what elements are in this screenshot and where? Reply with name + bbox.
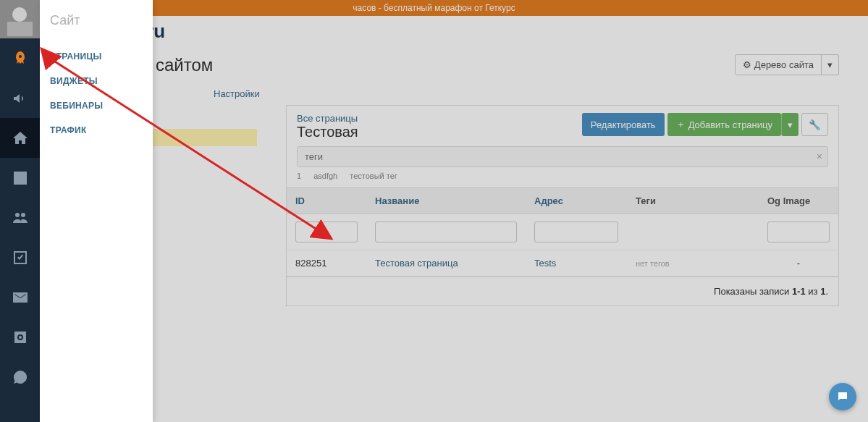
mail-icon[interactable]	[0, 277, 40, 317]
breadcrumb-all-pages[interactable]: Все страницы	[297, 113, 358, 124]
wrench-icon: 🔧	[809, 119, 821, 130]
flyout-title: Сайт	[40, 13, 153, 44]
plus-icon: ＋	[676, 118, 686, 131]
cell-id: 828251	[287, 250, 366, 277]
brand-domain: .ru	[141, 20, 839, 43]
tags-input[interactable]	[297, 146, 828, 167]
site-tree-button[interactable]: ⚙ Дерево сайта	[735, 54, 822, 75]
home-icon[interactable]	[0, 118, 40, 158]
tab-settings[interactable]: Настройки	[214, 88, 839, 99]
avatar[interactable]	[0, 0, 40, 38]
icon-sidebar	[0, 0, 40, 422]
svg-point-3	[842, 395, 843, 397]
users-icon[interactable]	[0, 198, 40, 237]
cell-name-link[interactable]: Тестовая страница	[375, 258, 458, 269]
table-row[interactable]: 828251 Тестовая страница Tests нет тегов…	[287, 250, 838, 277]
tag-chip[interactable]: 1	[297, 172, 301, 180]
table-footer: Показаны записи 1-1 из 1.	[287, 277, 838, 305]
filter-name-input[interactable]	[375, 221, 517, 242]
flyout-item-widgets[interactable]: ВИДЖЕТЫ	[40, 69, 153, 93]
col-address[interactable]: Адрес	[526, 188, 627, 214]
tag-chip[interactable]: asdfgh	[313, 172, 337, 180]
wrench-button[interactable]: 🔧	[801, 113, 828, 136]
col-id[interactable]: ID	[287, 188, 366, 214]
flyout-item-traffic[interactable]: ТРАФИК	[40, 118, 153, 143]
gear-icon: ⚙	[743, 59, 751, 70]
col-og: Og Image	[759, 188, 838, 214]
cell-tags: нет тегов	[636, 259, 670, 268]
chat-bubble-icon	[836, 390, 849, 403]
site-tree-label: Дерево сайта	[754, 59, 814, 70]
filter-address-input[interactable]	[534, 221, 618, 242]
add-page-button[interactable]: ＋ Добавить страницу	[667, 113, 781, 136]
site-tree-caret[interactable]: ▾	[822, 54, 839, 75]
svg-point-4	[844, 395, 846, 397]
svg-point-2	[840, 395, 842, 397]
edit-button[interactable]: Редактировать	[582, 113, 665, 136]
tag-chips: 1 asdfgh тестовый тег	[297, 172, 828, 180]
cell-address-link[interactable]: Tests	[534, 258, 556, 269]
main-content: .ru e сайтом ⚙ Дерево сайта ▾ Настройки …	[40, 16, 868, 422]
pages-table: ID Название Адрес Теги Og Image 828251	[287, 187, 838, 277]
flyout-item-pages[interactable]: СТРАНИЦЫ	[40, 44, 153, 69]
col-tags: Теги	[627, 188, 759, 214]
checkbox-icon[interactable]	[0, 237, 40, 277]
filter-id-input[interactable]	[295, 221, 358, 242]
add-page-label: Добавить страницу	[688, 119, 772, 130]
rocket-icon[interactable]	[0, 38, 40, 78]
clear-icon[interactable]: ×	[817, 151, 822, 162]
cell-og: -	[759, 250, 838, 277]
tag-chip[interactable]: тестовый тег	[350, 172, 397, 180]
chart-icon[interactable]	[0, 158, 40, 198]
content-panel: Все страницы Тестовая Редактировать ＋ До…	[286, 105, 839, 306]
filter-og-input[interactable]	[767, 221, 830, 242]
chat-icon[interactable]	[0, 357, 40, 397]
flyout-item-webinars[interactable]: ВЕБИНАРЫ	[40, 93, 153, 118]
chat-fab[interactable]	[829, 383, 856, 410]
col-name[interactable]: Название	[366, 188, 526, 214]
flyout-menu: Сайт СТРАНИЦЫ ВИДЖЕТЫ ВЕБИНАРЫ ТРАФИК	[40, 0, 153, 422]
panel-title: Тестовая	[297, 124, 358, 140]
add-page-caret[interactable]: ▾	[781, 113, 799, 136]
megaphone-icon[interactable]	[0, 78, 40, 118]
settings-box-icon[interactable]	[0, 317, 40, 357]
